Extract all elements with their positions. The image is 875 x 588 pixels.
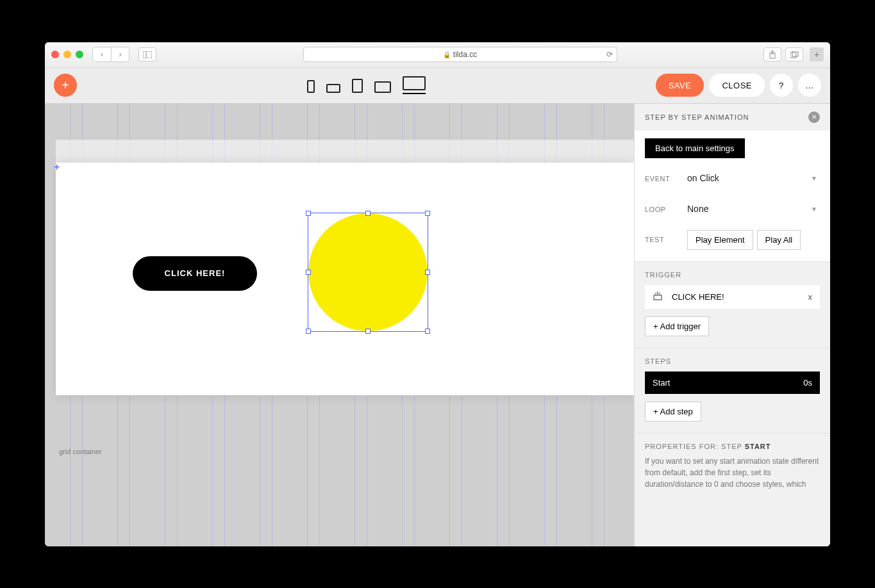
tabs-icon[interactable]: [785, 47, 803, 61]
event-label: EVENT: [645, 175, 687, 183]
chevron-down-icon: ▼: [811, 206, 817, 213]
loop-label: LOOP: [645, 206, 687, 213]
trigger-item[interactable]: CLICK HERE! x: [645, 285, 820, 309]
step-time: 0s: [803, 378, 812, 388]
add-element-button[interactable]: +: [54, 74, 77, 97]
device-tablet-landscape[interactable]: [374, 81, 391, 94]
browser-window: ‹ › 🔒 tilda.cc ⟳ + +: [45, 42, 830, 546]
sidebar-toggle-icon[interactable]: [138, 47, 156, 61]
shape-circle[interactable]: [308, 213, 428, 331]
loop-row: LOOP None ▼: [645, 199, 820, 220]
svg-rect-0: [143, 51, 152, 58]
play-all-button[interactable]: Play All: [757, 230, 801, 250]
window-close-icon[interactable]: [51, 51, 59, 58]
nav-buttons: ‹ ›: [92, 47, 129, 62]
window-zoom-icon[interactable]: [76, 51, 83, 58]
device-phone-portrait[interactable]: [307, 80, 315, 94]
test-label: TEST: [645, 236, 687, 243]
add-step-button[interactable]: + Add step: [645, 402, 701, 421]
plus-icon: +: [62, 78, 69, 93]
tabs-glyph: [790, 51, 799, 58]
panel-close-icon[interactable]: ✕: [808, 111, 820, 123]
browser-chrome: ‹ › 🔒 tilda.cc ⟳ +: [45, 42, 830, 68]
chrome-right: +: [763, 47, 824, 61]
panel-header: STEP BY STEP ANIMATION ✕: [635, 104, 830, 131]
panel-icon: [143, 51, 152, 58]
lock-icon: 🔒: [443, 51, 451, 58]
properties-note: If you want to set any start animation s…: [645, 455, 820, 490]
trigger-title: TRIGGER: [645, 271, 820, 279]
device-tablet-portrait[interactable]: [352, 79, 363, 94]
resize-handle-tm[interactable]: [365, 211, 371, 216]
event-row: EVENT on Click ▼: [645, 168, 820, 189]
share-glyph: [769, 51, 776, 59]
animation-panel: STEP BY STEP ANIMATION ✕ Back to main se…: [634, 104, 830, 546]
steps-title: STEPS: [645, 357, 820, 365]
panel-section-main: Back to main settings EVENT on Click ▼ L…: [635, 131, 830, 261]
step-start[interactable]: Start 0s: [645, 372, 820, 394]
traffic-lights: [51, 51, 83, 58]
new-tab-button[interactable]: +: [810, 47, 824, 61]
back-to-main-button[interactable]: Back to main settings: [645, 138, 745, 158]
resize-handle-tr[interactable]: [425, 211, 430, 216]
loop-value: None: [687, 204, 708, 214]
artboard-header: [56, 140, 634, 163]
back-button[interactable]: ‹: [93, 47, 111, 61]
properties-title: PROPERTIES FOR: STEP START: [645, 443, 820, 450]
share-icon[interactable]: [763, 47, 781, 61]
event-select[interactable]: on Click ▼: [687, 168, 820, 189]
properties-step-name: START: [745, 443, 771, 450]
step-label: Start: [653, 378, 670, 388]
save-button[interactable]: SAVE: [656, 74, 704, 97]
svg-rect-5: [792, 51, 798, 56]
panel-title: STEP BY STEP ANIMATION: [645, 113, 749, 121]
app-toolbar: + SAVE CLOSE ? ...: [45, 68, 830, 104]
resize-handle-br[interactable]: [425, 329, 430, 334]
chevron-down-icon: ▼: [811, 175, 817, 182]
svg-rect-4: [790, 53, 796, 58]
device-desktop[interactable]: [403, 76, 426, 94]
refresh-icon[interactable]: ⟳: [606, 50, 613, 59]
selection-box[interactable]: [308, 213, 428, 332]
resize-handle-bl[interactable]: [306, 329, 311, 334]
url-bar[interactable]: 🔒 tilda.cc ⟳: [303, 47, 617, 62]
device-phone-landscape[interactable]: [326, 84, 340, 94]
svg-rect-6: [654, 295, 662, 300]
add-trigger-button[interactable]: + Add trigger: [645, 316, 709, 336]
canvas-button-element[interactable]: CLICK HERE!: [133, 256, 257, 291]
canvas-footer-label: grid container: [59, 448, 102, 455]
resize-handle-ml[interactable]: [306, 270, 311, 275]
panel-section-steps: STEPS Start 0s + Add step: [635, 348, 830, 433]
help-button[interactable]: ?: [770, 74, 793, 97]
url-text: tilda.cc: [453, 50, 477, 59]
resize-handle-tl[interactable]: [306, 211, 311, 216]
toolbar-right: SAVE CLOSE ? ...: [656, 74, 821, 97]
window-minimize-icon[interactable]: [63, 51, 71, 58]
close-button[interactable]: CLOSE: [709, 74, 765, 97]
panel-section-trigger: TRIGGER CLICK HERE! x + Add trigger: [635, 261, 830, 348]
app-body: + CLICK HERE! grid container STEP BY STE…: [45, 104, 830, 546]
device-switcher: [307, 76, 426, 94]
trigger-icon: [653, 291, 663, 302]
play-element-button[interactable]: Play Element: [687, 230, 753, 250]
panel-section-properties: PROPERTIES FOR: STEP START If you want t…: [635, 433, 830, 502]
trigger-item-label: CLICK HERE!: [672, 292, 724, 302]
resize-handle-mr[interactable]: [425, 270, 430, 275]
event-value: on Click: [687, 173, 719, 183]
origin-marker-icon: +: [54, 161, 60, 173]
loop-select[interactable]: None ▼: [687, 199, 820, 220]
canvas[interactable]: + CLICK HERE! grid container: [45, 104, 634, 546]
more-button[interactable]: ...: [798, 74, 821, 97]
trigger-remove-icon[interactable]: x: [808, 292, 813, 302]
forward-button[interactable]: ›: [111, 47, 129, 61]
test-row: TEST Play Element Play All: [645, 230, 820, 250]
properties-prefix: PROPERTIES FOR: STEP: [645, 443, 745, 450]
resize-handle-bm[interactable]: [365, 329, 371, 334]
